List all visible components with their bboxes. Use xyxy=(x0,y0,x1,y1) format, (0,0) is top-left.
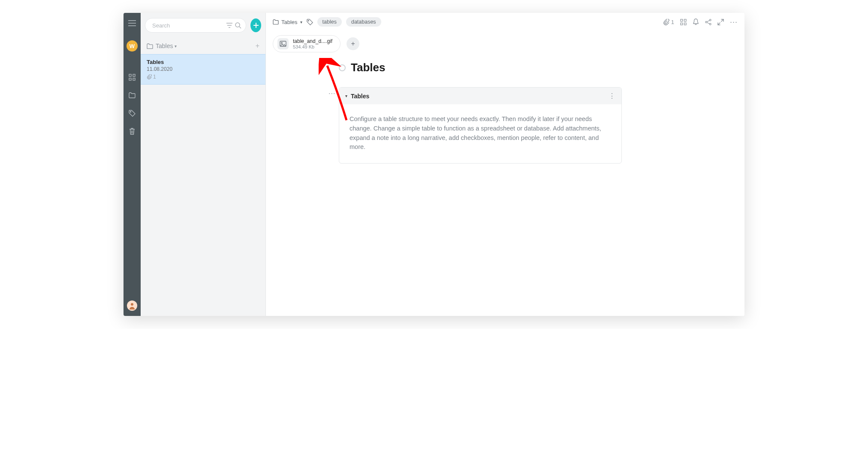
workspace-avatar[interactable]: W xyxy=(127,40,138,52)
breadcrumb[interactable]: Tables ▾ xyxy=(273,19,302,25)
note-item[interactable]: Tables 11.08.2020 1 xyxy=(141,54,265,85)
svg-point-6 xyxy=(235,23,240,27)
user-avatar[interactable] xyxy=(127,300,137,311)
block-body: Configure a table structure to meet your… xyxy=(339,104,621,163)
bell-icon[interactable] xyxy=(693,18,699,25)
tag-icon[interactable] xyxy=(128,109,136,118)
toolbar: Tables ▾ tables databases 1 xyxy=(266,13,744,31)
trash-icon[interactable] xyxy=(128,127,136,136)
image-icon xyxy=(277,38,289,49)
dashboard-icon[interactable] xyxy=(128,73,136,82)
svg-point-4 xyxy=(130,112,131,112)
tag-pill[interactable]: tables xyxy=(317,17,342,27)
svg-rect-2 xyxy=(129,78,131,80)
svg-rect-3 xyxy=(133,78,135,80)
folder-icon[interactable] xyxy=(128,91,136,100)
filter-icon[interactable] xyxy=(226,22,233,29)
add-note-button[interactable]: + xyxy=(256,42,259,50)
svg-point-5 xyxy=(131,303,133,306)
more-icon[interactable]: ··· xyxy=(730,18,738,27)
expand-icon[interactable] xyxy=(717,19,724,25)
svg-rect-11 xyxy=(684,23,686,25)
search-icon[interactable] xyxy=(235,22,241,29)
svg-rect-10 xyxy=(681,23,683,25)
svg-rect-1 xyxy=(133,74,135,76)
share-icon[interactable] xyxy=(705,19,711,25)
attachment-size: 534.49 Kb xyxy=(293,44,332,49)
tag-icon[interactable] xyxy=(307,19,313,25)
left-panel: Tables ▾ + Tables 11.08.2020 1 xyxy=(141,13,266,316)
block-more-icon[interactable]: ⋮ xyxy=(609,92,615,100)
svg-point-14 xyxy=(709,23,711,25)
folder-header[interactable]: Tables ▾ + xyxy=(141,38,265,54)
note-attachment-badge: 1 xyxy=(147,74,259,80)
svg-rect-9 xyxy=(684,19,686,21)
svg-point-12 xyxy=(709,19,711,21)
add-button[interactable] xyxy=(250,18,261,32)
block-title: Tables xyxy=(351,93,369,100)
caret-down-icon: ▾ xyxy=(345,94,347,98)
svg-rect-8 xyxy=(681,19,683,21)
search-box[interactable] xyxy=(145,18,246,33)
menu-icon[interactable] xyxy=(128,19,136,27)
svg-point-16 xyxy=(281,42,283,44)
svg-rect-0 xyxy=(129,74,131,76)
block-handle-icon[interactable]: ··· xyxy=(329,90,335,97)
folder-name: Tables xyxy=(156,42,173,49)
note-date: 11.08.2020 xyxy=(147,66,259,72)
chevron-down-icon: ▾ xyxy=(175,44,177,49)
folder-icon xyxy=(147,43,153,49)
attachment-name: table_and_d....gif xyxy=(293,38,332,44)
tag-pill[interactable]: databases xyxy=(346,17,381,27)
main-panel: Tables ▾ tables databases 1 xyxy=(266,13,744,316)
search-input[interactable] xyxy=(152,22,224,29)
breadcrumb-label: Tables xyxy=(281,19,298,25)
icon-rail: W xyxy=(124,13,141,316)
svg-point-7 xyxy=(308,20,309,21)
attachment-chip[interactable]: table_and_d....gif 534.49 Kb xyxy=(273,35,341,52)
grid-icon[interactable] xyxy=(680,19,687,25)
attachments-count[interactable]: 1 xyxy=(663,19,674,25)
bullet-icon xyxy=(339,64,346,71)
note-title: Tables xyxy=(147,59,259,65)
page-title: Tables xyxy=(351,61,385,74)
collapsible-block: ▾ Tables ⋮ Configure a table structure t… xyxy=(339,87,622,164)
add-attachment-button[interactable]: + xyxy=(347,37,359,50)
collapsible-header[interactable]: ▾ Tables ⋮ xyxy=(339,88,621,104)
chevron-down-icon: ▾ xyxy=(300,20,302,24)
svg-point-13 xyxy=(705,21,707,23)
